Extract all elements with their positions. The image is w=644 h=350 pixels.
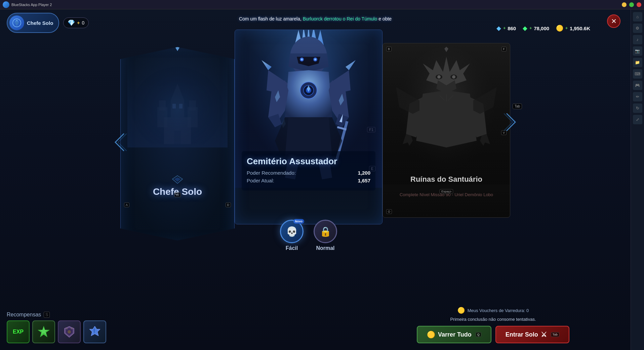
kbd-o: O <box>386 209 392 214</box>
cemiterio-card: Cemitério Assustador Poder Recomendado: … <box>235 30 383 224</box>
ticker-suffix: e obte <box>378 16 392 21</box>
corner-tr <box>227 45 233 50</box>
sidebar-gamepad-icon[interactable]: 🎮 <box>633 81 642 90</box>
green-gem-value: 78,000 <box>534 26 549 31</box>
green-gem-resource: ◆ + 78,000 <box>523 25 549 32</box>
chefe-solo-button[interactable]: Chefe Solo <box>7 13 59 33</box>
facil-label: Fácil <box>286 245 298 251</box>
difficulty-facil-button[interactable]: 💀 Novo Fácil <box>280 220 304 251</box>
difficulty-normal-button[interactable]: 🔒 Normal <box>314 220 337 251</box>
action-buttons: 🟡 Varrer Tudo Q Entrar Solo ⚔ Tab <box>417 326 569 343</box>
window-controls <box>622 2 641 7</box>
diamond-resource: ◆ + 860 <box>496 25 516 32</box>
skull-icon: 💀 <box>286 226 298 237</box>
panel-right-arrow[interactable] <box>504 112 517 135</box>
rewards-icons: EXP <box>7 320 161 343</box>
game-area: Chefe Solo 💎 + 0 Com um flash de luz ama… <box>0 9 631 350</box>
sweep-icon: 🟡 <box>427 331 435 339</box>
first-clear-text: Primeira conclusão não consome tentativa… <box>450 317 536 322</box>
rewards-section: Recompensas S EXP <box>7 312 161 343</box>
resource-bar: ◆ + 860 ◆ + 78,000 🟡 + 1,950.6K <box>496 25 590 32</box>
facil-circle: 💀 Novo <box>280 220 304 243</box>
castle-art <box>127 53 228 147</box>
corner-br <box>227 237 233 243</box>
voucher-text: Meus Vouchers de Varredura: 0 <box>468 308 529 313</box>
difficulty-row: 💀 Novo Fácil 🔒 Normal <box>235 220 383 251</box>
power-cur-row: Poder Atual: 1,657 <box>247 178 370 183</box>
kbd-b: B <box>386 47 392 51</box>
lock-icon: 🔒 <box>320 226 331 237</box>
normal-circle: 🔒 <box>314 220 337 243</box>
svg-point-28 <box>437 75 441 79</box>
kbd-f1: F1 <box>367 127 375 132</box>
coin-plus: + <box>565 26 568 31</box>
sidebar-settings-icon[interactable]: ⚙ <box>633 24 642 33</box>
kbd-e: E <box>369 166 375 171</box>
gem-plus: + <box>77 20 80 26</box>
kbd-d: D <box>226 203 231 207</box>
tab-indicator: Tab <box>513 103 522 109</box>
panel-center: Cemitério Assustador Poder Recomendado: … <box>235 30 383 258</box>
svg-point-32 <box>68 330 71 334</box>
sweep-label: Varrer Tudo <box>438 331 472 338</box>
sidebar-brush-icon[interactable]: ✏ <box>633 92 642 101</box>
svg-point-29 <box>452 75 455 79</box>
sidebar-volume-icon[interactable]: ♪ <box>633 35 642 44</box>
coin-icon: 🟡 <box>556 25 563 32</box>
coin-value: 1,950.6K <box>570 26 590 31</box>
kbd-q: Q <box>476 332 481 337</box>
power-cur-label: Poder Atual: <box>247 178 274 183</box>
ticker-text: Com um flash de luz amarela, Burluorck d… <box>239 16 392 21</box>
titlebar: BlueStacks App Player 2 <box>0 0 644 9</box>
power-rec-value: 1,200 <box>358 170 370 176</box>
kbd-s: S <box>44 312 50 318</box>
svg-point-19 <box>314 58 316 60</box>
reward-blue[interactable] <box>83 320 106 343</box>
hud-left: Chefe Solo 💎 + 0 <box>7 13 89 33</box>
right-panel-title: Ruínas do Santuário <box>383 175 510 184</box>
reward-armor[interactable] <box>58 320 81 343</box>
reward-exp[interactable]: EXP <box>7 320 30 343</box>
maximize-button[interactable] <box>629 2 634 7</box>
diamond-resource-icon: ◆ <box>496 25 501 32</box>
close-window-button[interactable] <box>637 2 641 7</box>
coin-resource: 🟡 + 1,950.6K <box>556 25 590 32</box>
enter-solo-button[interactable]: Entrar Solo ⚔ Tab <box>495 326 569 343</box>
kbd-u: Tab <box>551 332 559 337</box>
green-gem-plus: + <box>529 26 532 31</box>
kbd-a: A <box>124 203 129 207</box>
svg-rect-11 <box>130 57 225 144</box>
sidebar-rotate-icon[interactable]: ↻ <box>633 103 642 113</box>
voucher-icon: 🟡 <box>457 307 465 314</box>
sidebar-home-icon[interactable]: ⌂ <box>633 12 642 21</box>
normal-label: Normal <box>316 245 334 251</box>
minimize-button[interactable] <box>622 2 627 7</box>
ticker-highlight: Burluorck derrotou o Rei do Túmulo <box>303 16 377 21</box>
top-hud: Chefe Solo 💎 + 0 Com um flash de luz ama… <box>0 9 631 36</box>
power-cur-value: 1,657 <box>358 178 370 183</box>
diamond-plus: + <box>503 26 506 31</box>
panel-left-arrow[interactable] <box>114 132 127 156</box>
sweep-button[interactable]: 🟡 Varrer Tudo Q <box>417 326 491 343</box>
voucher-row: 🟡 Meus Vouchers de Varredura: 0 <box>457 307 529 314</box>
boss-name: Cemitério Assustador <box>247 156 370 167</box>
kbd-m: M <box>124 47 130 51</box>
sidebar-folder-icon[interactable]: 📁 <box>633 58 642 67</box>
bluestacks-logo <box>3 1 9 8</box>
panel-right: Ruínas do Santuário Complete Nível Missã… <box>383 43 510 245</box>
chefe-solo-label: Chefe Solo <box>27 20 53 26</box>
sidebar-keyboard-icon[interactable]: ⌨ <box>633 69 642 79</box>
panel-left: Chefe Solo M A D W <box>120 43 235 245</box>
sidebar-camera-icon[interactable]: 📷 <box>633 46 642 56</box>
power-rec-row: Poder Recomendado: 1,200 <box>247 170 370 176</box>
gem-display: 💎 + 0 <box>63 17 89 28</box>
corner-tl <box>122 45 128 50</box>
titlebar-app-name: BlueStacks App Player 2 <box>11 3 52 7</box>
right-boss-art <box>383 43 510 184</box>
kbd-f: F <box>501 47 507 51</box>
close-button[interactable]: ✕ <box>607 14 620 28</box>
sidebar-expand-icon[interactable]: ⤢ <box>633 115 642 124</box>
ticker-prefix: Com um flash de luz amarela, <box>239 16 303 21</box>
bluestacks-sidebar: ⌂ ⚙ ♪ 📷 📁 ⌨ 🎮 ✏ ↻ ⤢ <box>631 9 644 350</box>
reward-green-star[interactable] <box>32 320 55 343</box>
